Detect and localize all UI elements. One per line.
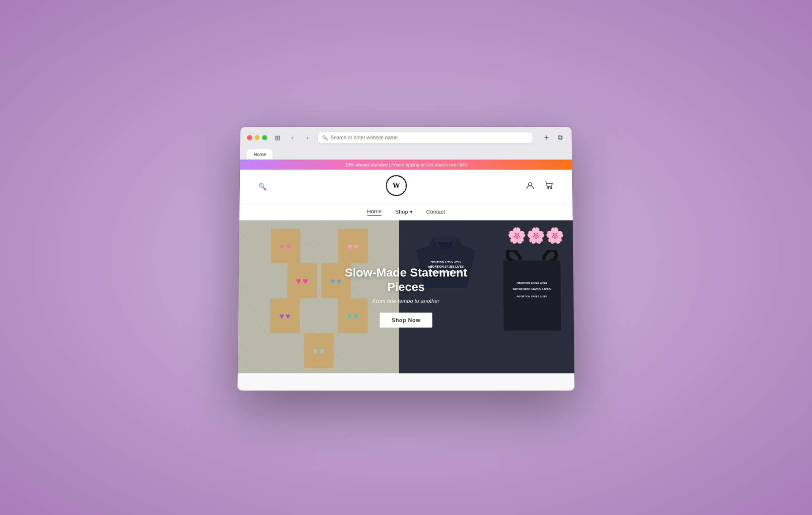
cart-icon	[544, 184, 554, 192]
address-bar[interactable]: 🔍 Search or enter website name	[318, 132, 533, 144]
new-tab-button[interactable]: +	[541, 133, 551, 143]
maximize-button[interactable]	[262, 135, 267, 140]
earring-pair-pink: ♥ ♥	[280, 242, 291, 252]
earring-card-1: ♥ ♥	[270, 229, 300, 263]
nav-item-home[interactable]: Home	[367, 208, 382, 216]
traffic-lights	[247, 135, 267, 140]
sidebar-icon: ⊞	[274, 134, 280, 142]
account-button[interactable]	[524, 180, 536, 194]
svg-text:ABORTION SAVES LIVES: ABORTION SAVES LIVES	[513, 287, 551, 291]
sidebar-toggle-button[interactable]: ⊞	[272, 133, 283, 143]
active-tab[interactable]: Home	[247, 149, 273, 159]
copy-tab-button[interactable]: ⧉	[555, 133, 565, 143]
page-bottom-hint	[237, 373, 574, 391]
site-logo: W	[385, 175, 407, 198]
tote-bag-visual: ABORTION SAVES LIVES ABORTION SAVES LIVE…	[501, 250, 563, 333]
back-icon: ‹	[291, 134, 294, 141]
earring-row-4: ♥ ♥	[304, 333, 334, 368]
site-navigation: Home Shop ▾ Contact	[239, 204, 573, 221]
announcement-text: 10% always donated | Free shipping on US…	[345, 162, 467, 167]
site-header: 🔍 W	[239, 170, 572, 204]
close-button[interactable]	[247, 135, 252, 140]
hero-section: ♥ ♥ ♥ ♥	[238, 220, 574, 373]
earring-pair-hot: ♥ ♥	[296, 276, 308, 287]
svg-point-5	[551, 187, 552, 189]
earring-card-5: ♥ ♥	[270, 298, 300, 333]
announcement-bar: 10% always donated | Free shipping on US…	[240, 160, 572, 170]
account-icon	[526, 183, 535, 192]
earring-pair-purple: ♥ ♥	[279, 311, 291, 321]
forward-button[interactable]: ›	[302, 133, 313, 143]
forward-icon: ›	[307, 134, 309, 141]
header-left: 🔍	[257, 181, 269, 192]
header-right	[524, 179, 555, 194]
site-search-button[interactable]: 🔍	[257, 181, 269, 192]
svg-text:W: W	[392, 181, 400, 190]
address-text: Search or enter website name	[330, 135, 398, 141]
hero-text-overlay: Slow-Made Statement Pieces From one femb…	[339, 220, 474, 373]
nav-item-contact[interactable]: Contact	[426, 208, 445, 216]
chevron-down-icon: ▾	[410, 208, 413, 215]
svg-text:ABORTION SAVES LIVES: ABORTION SAVES LIVES	[516, 295, 547, 298]
svg-text:ABORTION SAVES LIVES: ABORTION SAVES LIVES	[516, 282, 547, 284]
browser-titlebar: ⊞ ‹ › 🔍 Search or enter website name + ⧉	[247, 132, 565, 144]
minimize-button[interactable]	[255, 135, 260, 140]
nav-item-shop[interactable]: Shop ▾	[395, 208, 412, 216]
hero-title: Slow-Made Statement Pieces	[339, 266, 473, 294]
earring-card-7: ♥ ♥	[304, 333, 334, 368]
flowers-decoration: 🌸🌸🌸	[507, 227, 564, 244]
browser-actions: + ⧉	[541, 133, 565, 143]
logo-svg: W	[385, 175, 407, 196]
cart-button[interactable]	[543, 179, 555, 194]
hero-subtitle: From one fembo to another	[373, 298, 439, 304]
tab-bar: Home	[247, 148, 565, 159]
search-icon: 🔍	[258, 183, 267, 190]
shop-now-button[interactable]: Shop Now	[380, 312, 432, 327]
back-button[interactable]: ‹	[287, 133, 297, 143]
website-content: 10% always donated | Free shipping on US…	[237, 160, 574, 391]
earring-card-3: ♥ ♥	[287, 263, 317, 298]
browser-chrome: ⊞ ‹ › 🔍 Search or enter website name + ⧉…	[240, 127, 572, 160]
browser-window: ⊞ ‹ › 🔍 Search or enter website name + ⧉…	[237, 127, 574, 391]
earring-pair-lightblue: ♥ ♥	[313, 346, 324, 356]
svg-point-4	[548, 187, 549, 189]
tote-svg: ABORTION SAVES LIVES ABORTION SAVES LIVE…	[501, 250, 563, 333]
address-search-icon: 🔍	[322, 135, 328, 140]
